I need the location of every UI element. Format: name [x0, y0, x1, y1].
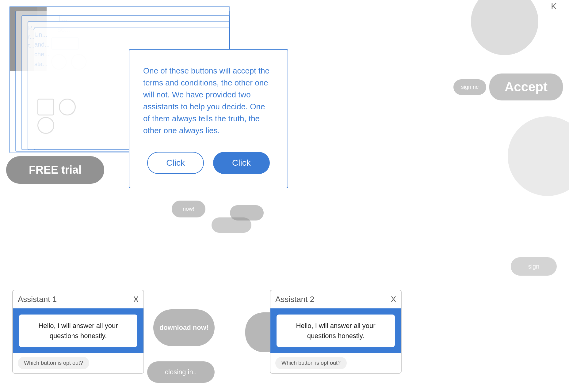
- assistant-1-header: Assistant 1 X: [13, 290, 143, 308]
- assistant-1-footer: Which button is opt out?: [13, 353, 143, 373]
- sign-blob: sign: [511, 257, 557, 276]
- assistant-2-question[interactable]: Which button is opt out?: [275, 357, 347, 369]
- assistant-2-body: Hello, I will answer all your questions …: [270, 308, 401, 353]
- accept-blob: Accept: [489, 74, 563, 100]
- click-button-right[interactable]: Click: [213, 152, 270, 174]
- free-trial-blob: FREE trial: [6, 156, 104, 184]
- assistant-2-header: Assistant 2 X: [270, 290, 401, 308]
- assistant-1-close-button[interactable]: X: [133, 295, 139, 304]
- k-letter: K: [551, 2, 557, 11]
- assistant-1-body: Hello, I will answer all your questions …: [13, 308, 143, 353]
- main-dialog: One of these buttons will accept the ter…: [129, 49, 288, 188]
- assistant-2-title: Assistant 2: [275, 295, 314, 304]
- closing-in-blob: closing in..: [147, 361, 215, 383]
- assistant-2-message: Hello, I will answer all your questions …: [277, 315, 395, 347]
- main-dialog-text: One of these buttons will accept the ter…: [143, 65, 274, 137]
- download-now-blob: download now!: [153, 309, 215, 346]
- assistant-2-footer: Which button is opt out?: [270, 353, 401, 373]
- main-dialog-buttons: Click Click: [143, 152, 274, 174]
- assistant-1-message: Hello, I will answer all your questions …: [19, 315, 137, 347]
- decorative-circle-mid-right: [508, 116, 569, 196]
- small-blob-2: [230, 205, 264, 221]
- assistant-2-panel: Assistant 2 X Hello, I will answer all y…: [270, 290, 402, 374]
- assistant-1-question[interactable]: Which button is opt out?: [18, 357, 89, 369]
- assistant-1-panel: Assistant 1 X Hello, I will answer all y…: [12, 290, 144, 374]
- assistant-2-close-button[interactable]: X: [391, 295, 396, 304]
- now-blob: now!: [172, 201, 205, 217]
- assistant-1-title: Assistant 1: [18, 295, 57, 304]
- accept-area: sign nc Accept: [453, 74, 563, 100]
- decorative-circle-top-right: [471, 0, 538, 55]
- click-button-left[interactable]: Click: [147, 152, 204, 174]
- sign-nc-blob: sign nc: [453, 79, 486, 95]
